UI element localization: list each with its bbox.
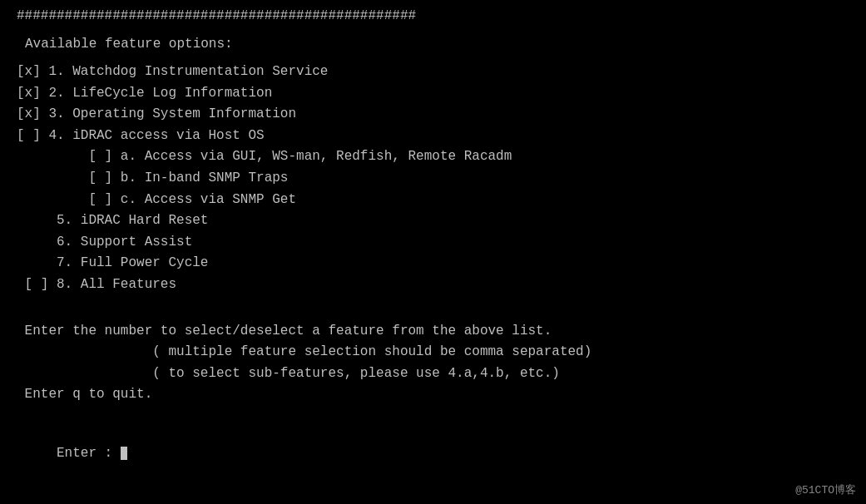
- menu-item-1: [x] 1. Watchdog Instrumentation Service: [17, 62, 849, 83]
- instruction-4: Enter q to quit.: [17, 384, 849, 406]
- terminal: ########################################…: [0, 0, 866, 504]
- instruction-2: ( multiple feature selection should be c…: [17, 342, 849, 363]
- watermark: @51CTO博客: [795, 482, 856, 497]
- hash-line: ########################################…: [17, 8, 849, 23]
- menu-item-6: 6. Support Assist: [17, 232, 849, 254]
- menu-list: [x] 1. Watchdog Instrumentation Service …: [17, 62, 849, 296]
- enter-prompt[interactable]: Enter :: [17, 431, 849, 476]
- instruction-block: Enter the number to select/deselect a fe…: [17, 321, 849, 406]
- menu-item-4a: [ ] a. Access via GUI, WS-man, Redfish, …: [17, 146, 849, 168]
- spacer: [17, 296, 849, 313]
- menu-item-5: 5. iDRAC Hard Reset: [17, 210, 849, 232]
- menu-item-4c: [ ] c. Access via SNMP Get: [17, 190, 849, 211]
- menu-item-8: [ ] 8. All Features: [17, 274, 849, 296]
- section-title: Available feature options:: [25, 37, 849, 52]
- menu-item-7: 7. Full Power Cycle: [17, 253, 849, 274]
- instruction-1: Enter the number to select/deselect a fe…: [17, 321, 849, 343]
- cursor-blink: [121, 447, 127, 460]
- menu-item-3: [x] 3. Operating System Information: [17, 104, 849, 126]
- enter-label: Enter :: [48, 446, 120, 461]
- menu-item-4: [ ] 4. iDRAC access via Host OS: [17, 126, 849, 147]
- instruction-3: ( to select sub-features, please use 4.a…: [17, 363, 849, 385]
- menu-item-4b: [ ] b. In-band SNMP Traps: [17, 168, 849, 190]
- spacer2: [17, 406, 849, 422]
- menu-item-2: [x] 2. LifeCycle Log Information: [17, 83, 849, 105]
